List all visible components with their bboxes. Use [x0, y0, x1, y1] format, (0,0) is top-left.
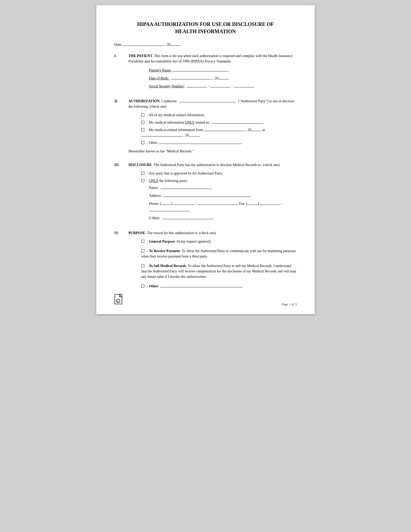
section-iii-number: III. — [114, 162, 128, 225]
party-address-field: Address: — [149, 192, 297, 199]
section-ii-pre: . I authorize — [160, 99, 177, 103]
section-i-number: I. — [114, 53, 128, 93]
dob-field: Date of Birth: , 20 — [149, 75, 297, 81]
to-period: . — [199, 133, 200, 137]
general-purpose-bold: General Purpose — [149, 240, 175, 243]
from-year-blank[interactable] — [251, 131, 261, 131]
page-footer: e Page 1 of 3 — [114, 294, 297, 306]
checkbox-medical-only[interactable] — [141, 121, 144, 124]
section-iii-options: - Any party that is approved by the Auth… — [141, 171, 297, 222]
checkbox-any-party[interactable] — [141, 172, 144, 175]
section-i: I. THE PATIENT. This form is for use whe… — [114, 53, 297, 93]
option-medical-from-text: - My medical-related information from — [147, 128, 204, 132]
fax-num2-blank[interactable] — [149, 211, 190, 211]
section-iv: IV. PURPOSE. The reason for this authori… — [114, 230, 297, 293]
phone-area-blank[interactable] — [161, 205, 171, 205]
option-any-party: - Any party that is approved by the Auth… — [141, 171, 297, 176]
authorized-party-blank[interactable] — [179, 102, 236, 102]
party-email-blank[interactable] — [162, 219, 213, 219]
section-i-heading: THE PATIENT — [128, 54, 152, 58]
option-other-purpose: - Other: . — [141, 283, 297, 289]
section-iv-body: PURPOSE. The reason for this authorizati… — [128, 230, 297, 236]
other-purpose-period: . — [242, 284, 243, 288]
option-any-party-text: - Any party that is approved by the Auth… — [147, 171, 223, 175]
ssn-field: Social Security Number: - - — [149, 83, 297, 89]
section-iv-options: - General Purpose. At my request (genera… — [141, 239, 297, 289]
section-iv-heading: PURPOSE — [128, 231, 145, 235]
checkbox-other[interactable] — [141, 141, 144, 144]
section-iv-number: IV. — [114, 230, 128, 293]
option-medical-only-period: . — [263, 121, 264, 124]
party-phone-field: Phone: () - Fax: () - — [149, 200, 297, 213]
checkbox-medical-from[interactable] — [141, 128, 144, 131]
option-medical-only: - My medical information ONLY related to… — [141, 120, 297, 125]
general-purpose-prefix: - — [147, 240, 149, 243]
other-purpose-blank[interactable] — [160, 287, 242, 287]
dob-blank[interactable] — [171, 79, 212, 79]
date-blank[interactable] — [123, 45, 164, 46]
medical-only-blank[interactable] — [212, 123, 263, 124]
phone-num2-blank[interactable] — [197, 205, 238, 205]
party-name-field: Name: — [149, 185, 297, 191]
patient-name-blank[interactable] — [172, 71, 229, 71]
fax-area-blank[interactable] — [247, 205, 258, 205]
patient-name-field: Patient's Name: — [149, 67, 297, 74]
ssn-blank2[interactable] — [210, 87, 231, 87]
date-year-blank[interactable] — [170, 45, 181, 46]
fax-dash: - — [281, 202, 283, 206]
patient-fields: Patient's Name: Date of Birth: , 20 Soci… — [149, 67, 297, 90]
title-line2: HEALTH INFORMATION — [114, 28, 297, 35]
section-iii: III. DISCLOSURE. The Authorized Party ha… — [114, 162, 297, 225]
title-line1: HIPAA AUTHORIZATION FOR USE OR DISCLOSUR… — [114, 21, 297, 28]
section-iii-text: . The Authorized Party has my authorizat… — [152, 163, 279, 167]
dob-year-blank[interactable] — [218, 79, 229, 79]
option-sell-records: - To Sell Medical Records. To allow the … — [141, 263, 297, 279]
phone-paren-open: ( — [160, 202, 161, 206]
ssn-blank1[interactable] — [186, 87, 207, 87]
party-email-field: E-Mail: — [149, 215, 297, 221]
party-name-blank[interactable] — [161, 189, 212, 189]
option-other-text: - Other: — [147, 141, 159, 145]
option-only-party: - ONLY the following party: Name: Addres… — [141, 178, 297, 222]
party-address-blank[interactable] — [164, 197, 251, 197]
option-other: - Other: . — [141, 140, 297, 145]
section-iii-body: DISCLOSURE. The Authorized Party has my … — [128, 162, 297, 168]
checkbox-general-purpose[interactable] — [141, 240, 144, 243]
to-date-blank[interactable] — [141, 136, 182, 136]
checkbox-other-purpose[interactable] — [141, 285, 144, 288]
other-purpose-prefix: - — [147, 284, 149, 288]
option-only-party-text: - ONLY the following party: — [147, 179, 188, 183]
from-date-blank[interactable] — [204, 131, 245, 131]
svg-text:e: e — [117, 299, 119, 303]
party-phone-label: Phone: — [149, 202, 159, 206]
ssn-blank3[interactable] — [233, 87, 254, 87]
ssn-label: Social Security Number: — [149, 84, 184, 88]
section-ii-body: AUTHORIZATION. I authorize ("Authorized … — [128, 98, 297, 109]
to-text: to — [262, 128, 265, 132]
phone-num1-blank[interactable] — [173, 205, 194, 205]
fax-num1-blank[interactable] — [260, 205, 281, 205]
section-i-content: THE PATIENT. This form is for use when s… — [128, 53, 297, 93]
section-iii-heading: DISCLOSURE — [128, 163, 152, 167]
other-period: . — [241, 141, 242, 145]
to-comma: , 20 — [183, 133, 189, 137]
other-blank[interactable] — [159, 144, 241, 144]
party-address-label: Address: — [149, 194, 162, 198]
dob-label: Date of Birth: — [149, 76, 169, 80]
other-purpose-colon: : — [158, 284, 160, 288]
option-general-purpose: - General Purpose. At my request (genera… — [141, 239, 297, 244]
section-ii-content: AUTHORIZATION. I authorize ("Authorized … — [128, 98, 297, 157]
checkbox-sell-records[interactable] — [141, 264, 144, 267]
checkbox-only-party[interactable] — [141, 179, 144, 182]
option-all-medical-text: - All of my medical-related information. — [147, 113, 205, 117]
phone-paren-close: ) — [171, 202, 173, 206]
party-email-label: E-Mail: — [149, 216, 160, 220]
section-ii-heading: AUTHORIZATION — [128, 99, 160, 103]
checkbox-receive-payment[interactable] — [141, 249, 144, 252]
date-label: Date: — [114, 43, 122, 47]
checkbox-all-medical[interactable] — [141, 113, 144, 116]
section-i-text: . This form is for use when such authori… — [128, 54, 293, 63]
option-medical-only-text: - My medical information ONLY related to… — [147, 121, 210, 124]
to-year-blank[interactable] — [189, 136, 199, 136]
section-i-body: THE PATIENT. This form is for use when s… — [128, 53, 297, 64]
